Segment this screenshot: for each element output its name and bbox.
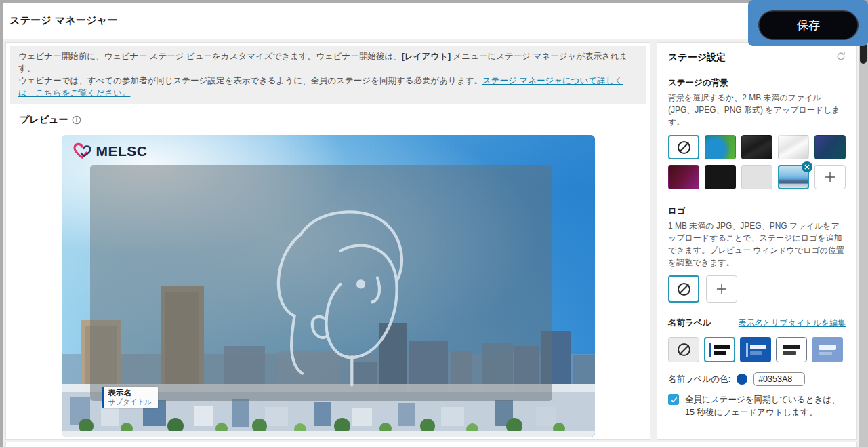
banner-line2: ウェビナーでは、すべての参加者が同じステージ設定を表示できるように、全員のステー… (18, 76, 482, 85)
name-label-style-plain[interactable] (776, 337, 807, 362)
plus-icon (825, 172, 835, 182)
name-label-style-leftbar-filled[interactable] (740, 337, 771, 362)
style-accent-bar (709, 343, 711, 357)
name-label-style-leftbar-light[interactable] (704, 337, 735, 362)
name-label-color-input[interactable] (753, 372, 805, 386)
background-section-title: ステージの背景 (668, 77, 846, 89)
sync-fadeout-checkbox[interactable] (668, 394, 679, 405)
page-title: ステージ マネージャー (9, 14, 118, 27)
background-option-navy-teal[interactable] (814, 135, 846, 159)
background-option-blue-green[interactable] (705, 135, 736, 159)
no-logo-icon (678, 283, 690, 296)
background-option-black[interactable] (705, 165, 736, 189)
edit-display-name-link[interactable]: 表示名とサブタイトルを編集 (739, 317, 846, 329)
preview-title: プレビュー (20, 114, 68, 126)
add-background-button[interactable] (814, 165, 846, 189)
name-label-section-title: 名前ラベル (668, 317, 711, 329)
check-icon (670, 396, 678, 404)
subtitle-text: サブタイトル (108, 397, 152, 406)
preview-heading: プレビュー (20, 114, 650, 126)
name-label-color-row: 名前ラベルの色: (668, 372, 846, 386)
heart-logo-icon (73, 142, 93, 161)
save-button[interactable]: 保存 (758, 10, 859, 40)
name-label-color-swatch[interactable] (737, 374, 747, 385)
background-section-description: 背景を選択するか、2 MB 未満のファイル (JPG、JPEG、PNG 形式) … (668, 92, 846, 128)
background-option-light-wave[interactable] (778, 135, 809, 159)
remove-custom-background-icon[interactable] (802, 161, 812, 172)
logo-options (668, 275, 846, 303)
name-label-style-translucent[interactable] (812, 337, 843, 362)
next-section-card (5, 442, 857, 447)
avatar-silhouette-icon (224, 174, 421, 391)
name-label-color-label: 名前ラベルの色: (668, 374, 730, 385)
name-label-style-none[interactable] (668, 337, 699, 362)
background-option-maroon-magenta[interactable] (668, 165, 699, 189)
preview-card: ウェビナー開始前に、ウェビナー ステージ ビューをカスタマイズできます。ウェビナ… (5, 42, 650, 440)
plus-icon (716, 284, 727, 294)
style-text-bars (750, 345, 766, 355)
style-text-bars (714, 345, 730, 355)
stage-logo[interactable]: MELSC (73, 142, 148, 161)
logo-section-description: 1 MB 未満の JPG、JPEG、PNG ファイルをアップロードすることで、ス… (668, 220, 846, 269)
name-label-chip[interactable]: 表示名 サブタイトル (102, 387, 158, 409)
background-option-none[interactable] (668, 135, 699, 159)
logo-section-title: ロゴ (668, 206, 846, 217)
stage-logo-text: MELSC (96, 143, 148, 159)
background-option-dark-wave[interactable] (741, 135, 772, 159)
style-accent-bar (746, 343, 748, 357)
no-background-icon (678, 141, 690, 154)
no-name-label-icon (678, 343, 690, 356)
stage-manager-page: ステージ マネージャー ウェビナー開始前に、ウェビナー ステージ ビューをカスタ… (3, 3, 859, 447)
page-header: ステージ マネージャー (3, 3, 859, 39)
sync-fadeout-label: 全員にステージを同期しているときは、15 秒後にフェードアウトします。 (685, 393, 846, 419)
info-icon[interactable] (72, 115, 81, 125)
add-logo-button[interactable] (706, 275, 737, 303)
background-option-light-gray[interactable] (741, 165, 772, 189)
logo-option-none[interactable] (668, 275, 699, 303)
style-text-bars (783, 345, 800, 355)
sync-fadeout-option: 全員にステージを同期しているときは、15 秒後にフェードアウトします。 (668, 393, 846, 419)
stage-preview: MELSC 表示名 サブタイトル (62, 135, 595, 437)
page-scrollbar-track[interactable] (859, 3, 868, 447)
info-banner: ウェビナー開始前に、ウェビナー ステージ ビューをカスタマイズできます。ウェビナ… (10, 46, 646, 104)
main-content: ウェビナー開始前に、ウェビナー ステージ ビューをカスタマイズできます。ウェビナ… (5, 42, 857, 440)
background-options-grid (668, 135, 850, 189)
background-option-custom-city[interactable] (778, 165, 809, 189)
display-name-text: 表示名 (108, 388, 152, 397)
save-button-highlight: 保存 (748, 0, 868, 46)
refresh-icon[interactable] (836, 52, 846, 64)
stage-settings-panel: ステージ設定 ステージの背景 背景を選択するか、2 MB 未満のファイル (JP… (657, 42, 857, 440)
settings-title: ステージ設定 (668, 52, 726, 64)
banner-line1-pre: ウェビナー開始前に、ウェビナー ステージ ビューをカスタマイズできます。ウェビナ… (18, 52, 402, 61)
name-label-style-options (668, 337, 846, 362)
banner-layout-menu-ref: [レイアウト] (402, 52, 451, 61)
style-text-bars (819, 345, 836, 355)
